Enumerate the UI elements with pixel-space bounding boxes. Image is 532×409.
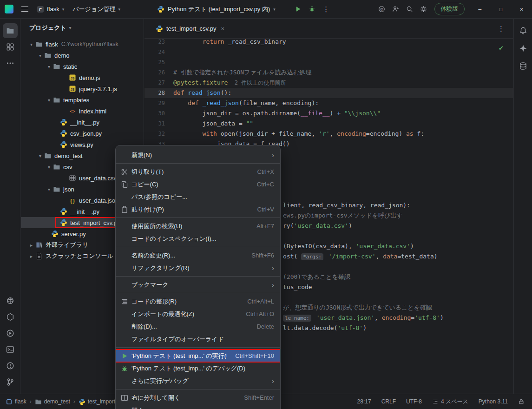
inspections-check-icon[interactable]: ✔	[499, 45, 504, 52]
chevron-down-icon[interactable]: ▾	[45, 64, 53, 69]
tree-item-content: flaskC:¥work¥python¥flask	[35, 39, 118, 50]
python-packages-tool-button[interactable]	[3, 293, 18, 308]
tree-item-demo.js[interactable]: JSdemo.js	[21, 72, 144, 83]
tree-item-content: templates	[53, 94, 89, 106]
main-menu-button[interactable]	[17, 2, 33, 16]
tree-item-jquery-3.7.1.js[interactable]: JSjquery-3.7.1.js	[21, 83, 144, 94]
chevron-down-icon[interactable]: ▾	[45, 98, 53, 103]
menu-item-python-test_imp...-d[interactable]: 'Python テスト (test_imp...' のデバッグ(D)	[116, 362, 280, 375]
code-token: 'utf-8'	[337, 324, 363, 331]
status-encoding[interactable]: UTF-8	[406, 398, 422, 405]
breadcrumb-item-flask[interactable]: flask	[6, 398, 26, 405]
code-fragment: ost( *args: '/import-csv', data=test_dat…	[283, 251, 438, 262]
project-panel-header[interactable]: プロジェクト ▾	[21, 19, 144, 37]
breadcrumb-label: flask	[15, 398, 26, 405]
tab-options-icon[interactable]: ⋮	[498, 25, 513, 33]
status-line-separator[interactable]: CRLF	[381, 398, 396, 405]
search-everywhere-button[interactable]	[403, 2, 417, 16]
menu-item-item[interactable]: ブックマーク›	[116, 278, 280, 291]
code-token: )	[348, 222, 352, 229]
chevron-right-icon[interactable]: ▸	[27, 243, 35, 248]
menu-icon-spacer	[121, 223, 131, 230]
menu-item-...[interactable]: パス/参照のコピー...	[116, 191, 280, 203]
vcs-widget[interactable]: バージョン管理 ▾	[68, 2, 125, 16]
menu-item-i-...[interactable]: コードのインスペクション(I)...	[116, 232, 280, 245]
code-token: )	[410, 243, 414, 250]
menu-icon-spacer	[121, 323, 131, 330]
menu-item-r-...[interactable]: 名前の変更(R)...Shift+F6	[116, 249, 280, 262]
menu-item-u[interactable]: 使用箇所の検索(U)Alt+F7	[116, 220, 280, 232]
tree-item-__init__.py[interactable]: __init__.py	[21, 117, 144, 128]
status-label: UTF-8	[406, 398, 422, 405]
minimize-button[interactable]: −	[469, 0, 490, 19]
notifications-button[interactable]	[516, 23, 531, 38]
line-number: 25	[144, 57, 173, 67]
code-fragment: ews.pyのimport-csvメソッドを呼び出す	[283, 211, 403, 221]
chevron-down-icon[interactable]: ▾	[36, 53, 44, 58]
tree-item-content: server.py	[51, 228, 86, 239]
breadcrumb-item-demo_test[interactable]: demo_test	[35, 398, 70, 405]
git-branch-icon	[6, 378, 14, 386]
trial-badge[interactable]: 体験版	[434, 3, 465, 15]
chevron-down-icon[interactable]: ▾	[45, 187, 53, 192]
ai-assistant-button[interactable]: @	[375, 2, 389, 16]
tree-item-index.html[interactable]: <>index.html	[21, 106, 144, 117]
run-config-selector[interactable]: Python テスト (test_import_csv.py 内) ▾	[153, 2, 279, 16]
menu-item-p[interactable]: 貼り付け(P)Ctrl+V	[116, 203, 280, 216]
code-with-me-button[interactable]	[389, 2, 403, 16]
chevron-down-icon[interactable]: ▾	[45, 165, 53, 170]
copy-icon	[121, 181, 131, 188]
editor-tab[interactable]: test_import_csv.py ×	[151, 19, 229, 39]
chevron-right-icon[interactable]: ▸	[27, 254, 35, 259]
status-interpreter[interactable]: Python 3.11	[479, 398, 508, 405]
settings-button[interactable]	[417, 2, 431, 16]
project-tool-button[interactable]	[3, 23, 18, 38]
menu-item-c[interactable]: コピー(C)Ctrl+C	[116, 178, 280, 191]
close-tab-icon[interactable]: ×	[221, 25, 224, 32]
menu-item-n[interactable]: 新規(N)›	[116, 149, 280, 161]
tree-item-demo[interactable]: ▾demo	[21, 50, 144, 61]
tree-item-csv_json.py[interactable]: csv_json.py	[21, 128, 144, 139]
tree-item-label: jquery-3.7.1.js	[79, 86, 117, 92]
menu-item-label: ファイルタイプのオーバーライド	[131, 335, 274, 343]
terminal-tool-button[interactable]	[3, 342, 18, 357]
flask-project-icon: F	[37, 6, 44, 13]
menu-item-item[interactable]: 開く›	[116, 404, 280, 409]
tree-item-label: csv_json.py	[70, 130, 102, 137]
menu-separator	[116, 389, 280, 389]
structure-tool-button[interactable]	[3, 40, 18, 54]
chevron-down-icon[interactable]: ▾	[36, 153, 44, 158]
database-tool-button[interactable]	[516, 59, 531, 73]
services-tool-button[interactable]	[3, 310, 18, 324]
more-run-actions-button[interactable]: ⋮	[319, 2, 333, 16]
tree-item-static[interactable]: ▾static	[21, 61, 144, 72]
menu-item-d-...[interactable]: 削除(D)...Delete	[116, 320, 280, 333]
status-caret-position[interactable]: 28:17	[357, 398, 371, 405]
menu-item-python-test_imp...-u[interactable]: 'Python テスト (test_imp...' の実行(U)Ctrl+Shi…	[116, 350, 280, 362]
menu-item-r[interactable]: コードの整形(R)Ctrl+Alt+L	[116, 295, 280, 308]
menu-item-t[interactable]: 切り取り(T)Ctrl+X	[116, 165, 280, 178]
ai-assistant-tool-button[interactable]	[516, 41, 531, 56]
chevron-down-icon[interactable]: ▾	[27, 42, 35, 47]
run-tool-button[interactable]	[3, 326, 18, 341]
close-button[interactable]: ×	[511, 0, 532, 19]
tree-item-flask[interactable]: ▾flaskC:¥work¥python¥flask	[21, 39, 144, 50]
menu-item-label: さらに実行/デバッグ	[131, 377, 263, 385]
problems-tool-button[interactable]	[3, 358, 18, 373]
menu-item-item[interactable]: さらに実行/デバッグ›	[116, 375, 280, 387]
menu-item-item[interactable]: ファイルタイプのオーバーライド	[116, 333, 280, 345]
project-selector[interactable]: F flask ▾	[33, 2, 68, 16]
maximize-button[interactable]: □	[490, 0, 511, 19]
menu-item-z[interactable]: インポートの最適化(Z)Ctrl+Alt+O	[116, 308, 280, 320]
debug-button[interactable]	[305, 2, 319, 16]
status-readonly-lock[interactable]	[518, 398, 525, 405]
menu-item-r[interactable]: リファクタリング(R)›	[116, 262, 280, 274]
version-control-tool-button[interactable]	[3, 375, 18, 389]
run-button[interactable]	[291, 2, 305, 16]
status-indent[interactable]: 4 スペース	[432, 398, 468, 406]
menu-item-item[interactable]: 右に分割して開くShift+Enter	[116, 391, 280, 404]
context-menu: 新規(N)›切り取り(T)Ctrl+Xコピー(C)Ctrl+Cパス/参照のコピー…	[115, 145, 281, 409]
more-tool-windows-button[interactable]	[3, 56, 18, 71]
tree-item-templates[interactable]: ▾templates	[21, 94, 144, 106]
menu-icon-spacer	[121, 152, 131, 159]
